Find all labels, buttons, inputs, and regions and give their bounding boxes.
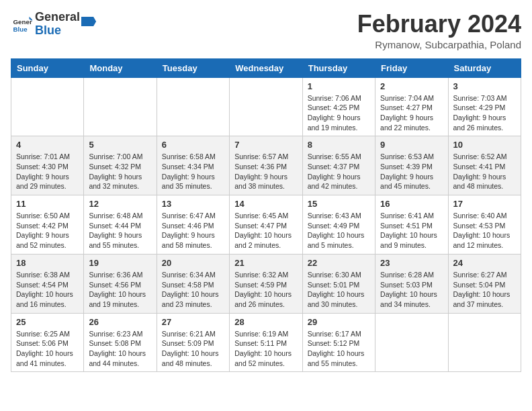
logo: General Blue General Blue (11, 11, 96, 38)
day-cell: 23Sunrise: 6:28 AM Sunset: 5:03 PM Dayli… (375, 254, 448, 313)
day-number: 14 (234, 199, 297, 209)
days-header-row: SundayMondayTuesdayWednesdayThursdayFrid… (11, 58, 521, 77)
day-info: Sunrise: 6:53 AM Sunset: 4:39 PM Dayligh… (380, 152, 443, 191)
svg-marker-4 (91, 17, 96, 26)
week-row-3: 11Sunrise: 6:50 AM Sunset: 4:42 PM Dayli… (11, 195, 521, 255)
day-number: 8 (308, 140, 370, 150)
day-number: 24 (453, 258, 516, 268)
day-info: Sunrise: 6:41 AM Sunset: 4:51 PM Dayligh… (380, 211, 443, 250)
day-number: 25 (16, 317, 79, 327)
day-cell: 8Sunrise: 6:55 AM Sunset: 4:37 PM Daylig… (302, 136, 375, 195)
day-cell: 29Sunrise: 6:17 AM Sunset: 5:12 PM Dayli… (302, 313, 375, 372)
day-info: Sunrise: 6:23 AM Sunset: 5:08 PM Dayligh… (89, 329, 151, 369)
day-info: Sunrise: 6:30 AM Sunset: 5:01 PM Dayligh… (308, 270, 370, 310)
day-number: 23 (380, 258, 443, 268)
day-cell (230, 77, 302, 136)
day-header-wednesday: Wednesday (230, 58, 302, 77)
day-info: Sunrise: 6:43 AM Sunset: 4:49 PM Dayligh… (308, 211, 370, 250)
svg-text:General: General (13, 18, 33, 26)
week-row-2: 4Sunrise: 7:01 AM Sunset: 4:30 PM Daylig… (11, 136, 521, 195)
day-cell: 25Sunrise: 6:25 AM Sunset: 5:06 PM Dayli… (11, 313, 84, 372)
day-info: Sunrise: 6:27 AM Sunset: 5:04 PM Dayligh… (453, 270, 516, 310)
day-cell: 6Sunrise: 6:58 AM Sunset: 4:34 PM Daylig… (157, 136, 229, 195)
day-cell: 11Sunrise: 6:50 AM Sunset: 4:42 PM Dayli… (11, 195, 84, 255)
page-header: General Blue General Blue February 2024 … (11, 11, 521, 50)
day-info: Sunrise: 6:47 AM Sunset: 4:46 PM Dayligh… (162, 211, 224, 250)
day-number: 6 (162, 140, 224, 150)
day-number: 22 (308, 258, 370, 268)
day-number: 4 (16, 140, 79, 150)
day-number: 26 (89, 317, 151, 327)
day-number: 5 (89, 140, 151, 150)
day-cell: 9Sunrise: 6:53 AM Sunset: 4:39 PM Daylig… (375, 136, 448, 195)
day-number: 9 (380, 140, 443, 150)
day-cell: 2Sunrise: 7:04 AM Sunset: 4:27 PM Daylig… (375, 77, 448, 136)
day-number: 15 (308, 199, 370, 209)
day-cell: 24Sunrise: 6:27 AM Sunset: 5:04 PM Dayli… (448, 254, 521, 313)
day-cell: 3Sunrise: 7:03 AM Sunset: 4:29 PM Daylig… (448, 77, 521, 136)
week-row-1: 1Sunrise: 7:06 AM Sunset: 4:25 PM Daylig… (11, 77, 521, 136)
day-cell: 12Sunrise: 6:48 AM Sunset: 4:44 PM Dayli… (84, 195, 157, 255)
day-header-sunday: Sunday (11, 58, 84, 77)
day-number: 2 (380, 81, 443, 91)
week-row-5: 25Sunrise: 6:25 AM Sunset: 5:06 PM Dayli… (11, 313, 521, 372)
day-cell: 1Sunrise: 7:06 AM Sunset: 4:25 PM Daylig… (302, 77, 375, 136)
day-cell: 15Sunrise: 6:43 AM Sunset: 4:49 PM Dayli… (302, 195, 375, 255)
day-header-thursday: Thursday (302, 58, 375, 77)
day-number: 18 (16, 258, 79, 268)
day-cell: 5Sunrise: 7:00 AM Sunset: 4:32 PM Daylig… (84, 136, 157, 195)
day-cell (84, 77, 157, 136)
flag-icon (81, 14, 96, 29)
svg-text:Blue: Blue (13, 25, 28, 32)
day-cell: 27Sunrise: 6:21 AM Sunset: 5:09 PM Dayli… (157, 313, 229, 372)
title-section: February 2024 Rymanow, Subcarpathia, Pol… (357, 11, 521, 50)
day-number: 12 (89, 199, 151, 209)
day-header-monday: Monday (84, 58, 157, 77)
day-info: Sunrise: 6:40 AM Sunset: 4:53 PM Dayligh… (453, 211, 516, 250)
day-number: 21 (234, 258, 297, 268)
day-cell (448, 313, 521, 372)
day-number: 16 (380, 199, 443, 209)
day-info: Sunrise: 6:19 AM Sunset: 5:11 PM Dayligh… (234, 329, 297, 369)
day-number: 11 (16, 199, 79, 209)
day-info: Sunrise: 7:04 AM Sunset: 4:27 PM Dayligh… (380, 93, 443, 133)
day-number: 17 (453, 199, 516, 209)
day-number: 1 (308, 81, 370, 91)
day-info: Sunrise: 6:55 AM Sunset: 4:37 PM Dayligh… (308, 152, 370, 191)
day-cell: 20Sunrise: 6:34 AM Sunset: 4:58 PM Dayli… (157, 254, 229, 313)
day-info: Sunrise: 6:52 AM Sunset: 4:41 PM Dayligh… (453, 152, 516, 191)
month-title: February 2024 (357, 11, 521, 38)
day-number: 27 (162, 317, 224, 327)
day-cell (157, 77, 229, 136)
day-cell: 17Sunrise: 6:40 AM Sunset: 4:53 PM Dayli… (448, 195, 521, 255)
day-info: Sunrise: 6:28 AM Sunset: 5:03 PM Dayligh… (380, 270, 443, 310)
day-info: Sunrise: 6:21 AM Sunset: 5:09 PM Dayligh… (162, 329, 224, 369)
day-info: Sunrise: 6:17 AM Sunset: 5:12 PM Dayligh… (308, 329, 370, 369)
day-info: Sunrise: 6:57 AM Sunset: 4:36 PM Dayligh… (234, 152, 297, 191)
week-row-4: 18Sunrise: 6:38 AM Sunset: 4:54 PM Dayli… (11, 254, 521, 313)
day-info: Sunrise: 7:01 AM Sunset: 4:30 PM Dayligh… (16, 152, 79, 191)
day-number: 3 (453, 81, 516, 91)
day-cell: 16Sunrise: 6:41 AM Sunset: 4:51 PM Dayli… (375, 195, 448, 255)
day-cell: 10Sunrise: 6:52 AM Sunset: 4:41 PM Dayli… (448, 136, 521, 195)
day-number: 7 (234, 140, 297, 150)
logo-blue-text: Blue (35, 24, 80, 38)
logo-general-text: General (35, 11, 80, 24)
day-header-tuesday: Tuesday (157, 58, 229, 77)
day-number: 28 (234, 317, 297, 327)
logo-icon: General Blue (12, 14, 32, 34)
day-cell: 13Sunrise: 6:47 AM Sunset: 4:46 PM Dayli… (157, 195, 229, 255)
calendar-table: SundayMondayTuesdayWednesdayThursdayFrid… (11, 58, 521, 373)
day-cell: 21Sunrise: 6:32 AM Sunset: 4:59 PM Dayli… (230, 254, 302, 313)
day-cell: 26Sunrise: 6:23 AM Sunset: 5:08 PM Dayli… (84, 313, 157, 372)
day-info: Sunrise: 7:03 AM Sunset: 4:29 PM Dayligh… (453, 93, 516, 133)
location-subtitle: Rymanow, Subcarpathia, Poland (357, 39, 521, 50)
day-info: Sunrise: 6:50 AM Sunset: 4:42 PM Dayligh… (16, 211, 79, 250)
day-header-friday: Friday (375, 58, 448, 77)
day-info: Sunrise: 6:36 AM Sunset: 4:56 PM Dayligh… (89, 270, 151, 310)
day-cell: 7Sunrise: 6:57 AM Sunset: 4:36 PM Daylig… (230, 136, 302, 195)
day-info: Sunrise: 6:48 AM Sunset: 4:44 PM Dayligh… (89, 211, 151, 250)
day-number: 10 (453, 140, 516, 150)
day-number: 13 (162, 199, 224, 209)
day-number: 19 (89, 258, 151, 268)
